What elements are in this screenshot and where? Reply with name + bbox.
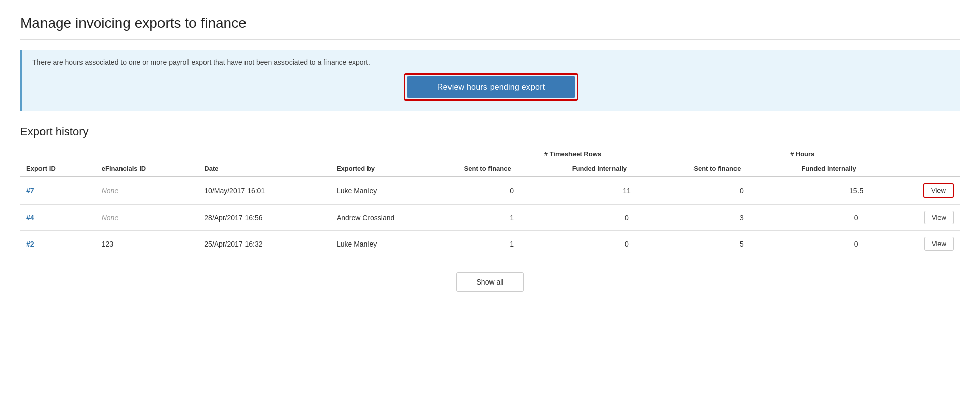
exported-by-cell: Luke Manley (331, 177, 458, 205)
efinancials-id-cell: None (96, 177, 198, 205)
ts-sent-to-finance-cell: 1 (458, 231, 566, 257)
page-title: Manage invoicing exports to finance (20, 15, 960, 31)
hours-funded-internally-cell: 15.5 (795, 177, 917, 205)
group-header-timesheet-rows: # Timesheet Rows (458, 148, 688, 160)
export-id-link[interactable]: #2 (26, 240, 34, 248)
show-all-container: Show all (20, 272, 960, 292)
col-header-exported-by: Exported by (331, 160, 458, 177)
ts-sent-to-finance-cell: 0 (458, 177, 566, 205)
action-cell: View (917, 231, 960, 257)
view-button[interactable]: View (924, 211, 954, 224)
col-header-ts-sent-to-finance: Sent to finance (458, 160, 566, 177)
alert-message: There are hours associated to one or mor… (32, 58, 370, 66)
hours-sent-to-finance-cell: 5 (687, 231, 795, 257)
efinancials-id-cell: None (96, 205, 198, 231)
date-cell: 28/Apr/2017 16:56 (198, 205, 331, 231)
alert-banner: There are hours associated to one or mor… (20, 50, 960, 111)
col-header-hours-sent-to-finance: Sent to finance (687, 160, 795, 177)
efinancials-id-cell: 123 (96, 231, 198, 257)
col-header-action (917, 160, 960, 177)
col-header-ts-funded-internally: Funded internally (566, 160, 688, 177)
group-header-empty (20, 148, 458, 160)
hours-funded-internally-cell: 0 (795, 231, 917, 257)
table-row: #4None28/Apr/2017 16:56Andrew Crossland1… (20, 205, 960, 231)
action-cell: View (917, 205, 960, 231)
exported-by-cell: Andrew Crossland (331, 205, 458, 231)
review-btn-highlight-border: Review hours pending export (404, 73, 579, 101)
action-cell: View (917, 177, 960, 205)
ts-funded-internally-cell: 0 (566, 231, 688, 257)
ts-sent-to-finance-cell: 1 (458, 205, 566, 231)
title-divider (20, 39, 960, 40)
view-button[interactable]: View (924, 184, 953, 197)
hours-funded-internally-cell: 0 (795, 205, 917, 231)
export-id-link[interactable]: #4 (26, 214, 34, 222)
exported-by-cell: Luke Manley (331, 231, 458, 257)
view-btn-highlight-border: View (923, 183, 954, 198)
group-header-hours: # Hours (687, 148, 917, 160)
table-row: #7None10/May/2017 16:01Luke Manley011015… (20, 177, 960, 205)
col-header-hours-funded-internally: Funded internally (795, 160, 917, 177)
hours-sent-to-finance-cell: 0 (687, 177, 795, 205)
export-id-link[interactable]: #7 (26, 187, 34, 195)
col-header-efinancials-id: eFinancials ID (96, 160, 198, 177)
date-cell: 10/May/2017 16:01 (198, 177, 331, 205)
table-row: #212325/Apr/2017 16:32Luke Manley1050Vie… (20, 231, 960, 257)
export-history-table: # Timesheet Rows # Hours Export ID eFina… (20, 148, 960, 257)
export-history-title: Export history (20, 125, 960, 138)
hours-sent-to-finance-cell: 3 (687, 205, 795, 231)
col-header-date: Date (198, 160, 331, 177)
review-hours-button[interactable]: Review hours pending export (407, 76, 576, 98)
col-header-export-id: Export ID (20, 160, 96, 177)
ts-funded-internally-cell: 0 (566, 205, 688, 231)
ts-funded-internally-cell: 11 (566, 177, 688, 205)
show-all-button[interactable]: Show all (456, 272, 524, 292)
date-cell: 25/Apr/2017 16:32 (198, 231, 331, 257)
view-button[interactable]: View (924, 237, 954, 251)
group-header-action-empty (917, 148, 960, 160)
